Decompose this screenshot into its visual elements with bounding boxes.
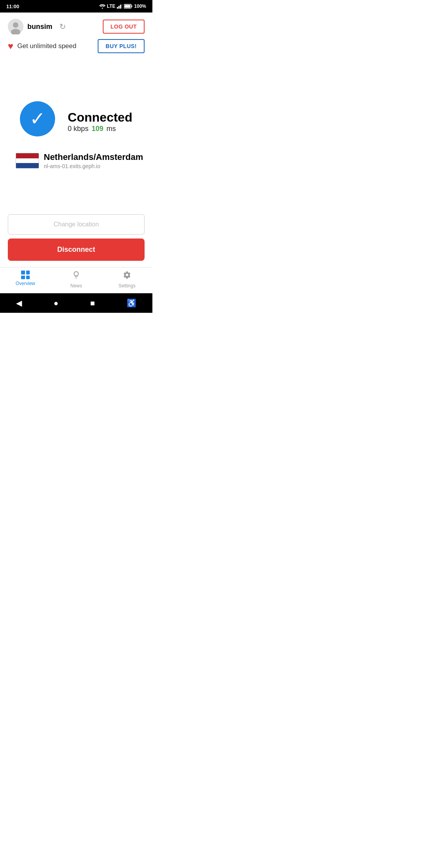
location-name: Netherlands/Amsterdam	[44, 152, 143, 162]
change-location-button[interactable]: Change location	[8, 214, 145, 235]
speed-kbps: 0 kbps	[68, 125, 88, 133]
nav-item-settings[interactable]: Settings	[102, 271, 152, 289]
refresh-icon[interactable]: ↻	[59, 22, 66, 31]
bottom-buttons: Change location Disconnect	[0, 214, 152, 267]
bottom-nav: Overview News Settings	[0, 267, 152, 293]
svg-rect-2	[118, 6, 120, 9]
user-info: bunsim ↻	[8, 19, 66, 34]
system-nav-bar: ◀ ● ■ ♿	[0, 293, 152, 313]
status-bar: 11:00 LTE 100%	[0, 0, 152, 13]
svg-point-0	[102, 8, 103, 9]
accessibility-button[interactable]: ♿	[127, 298, 136, 308]
wifi-icon	[99, 4, 106, 9]
username-label: bunsim	[27, 23, 52, 31]
nav-item-overview[interactable]: Overview	[0, 271, 51, 289]
header-section: bunsim ↻ LOG OUT ♥ Get unlimited speed B…	[0, 13, 152, 56]
overview-icon	[21, 271, 30, 279]
latency-unit: ms	[106, 125, 116, 133]
disconnect-button[interactable]: Disconnect	[8, 239, 145, 261]
promo-row: ♥ Get unlimited speed BUY PLUS!	[8, 39, 145, 53]
connected-circle: ✓	[20, 101, 55, 136]
connected-title: Connected	[68, 110, 132, 125]
svg-rect-6	[125, 5, 131, 8]
buy-plus-button[interactable]: BUY PLUS!	[98, 39, 145, 53]
promo-left: ♥ Get unlimited speed	[8, 41, 76, 52]
nav-label-settings: Settings	[118, 283, 135, 289]
back-button[interactable]: ◀	[16, 298, 22, 308]
signal-icon	[117, 4, 122, 9]
connected-section: ✓ Connected 0 kbps 109 ms	[0, 56, 152, 214]
user-actions: LOG OUT	[103, 20, 145, 34]
checkmark-icon: ✓	[30, 109, 45, 128]
nav-label-overview: Overview	[16, 281, 35, 286]
latency-value: 109	[91, 125, 103, 133]
location-info: Netherlands/Amsterdam nl-ams-01.exits.ge…	[44, 152, 143, 169]
status-icons: LTE 100%	[99, 4, 146, 9]
recents-button[interactable]: ■	[90, 299, 95, 308]
svg-point-9	[13, 22, 18, 28]
location-section: Netherlands/Amsterdam nl-ams-01.exits.ge…	[8, 152, 143, 169]
avatar-icon	[8, 19, 23, 34]
netherlands-flag	[16, 153, 39, 169]
heart-icon: ♥	[8, 41, 13, 52]
svg-rect-1	[117, 7, 118, 9]
connected-row: ✓ Connected 0 kbps 109 ms	[20, 101, 132, 142]
status-time: 11:00	[6, 4, 19, 9]
location-server: nl-ams-01.exits.geph.io	[44, 163, 143, 169]
home-button[interactable]: ●	[54, 299, 58, 308]
user-row: bunsim ↻ LOG OUT	[8, 19, 145, 34]
svg-rect-7	[132, 5, 132, 7]
main-content: bunsim ↻ LOG OUT ♥ Get unlimited speed B…	[0, 13, 152, 293]
svg-rect-4	[122, 4, 122, 9]
nav-label-news: News	[70, 283, 82, 289]
nav-item-news[interactable]: News	[51, 271, 102, 289]
battery-label: 100%	[134, 4, 146, 9]
promo-text: Get unlimited speed	[17, 42, 76, 50]
logout-button[interactable]: LOG OUT	[103, 20, 145, 34]
speed-row: 0 kbps 109 ms	[68, 125, 132, 133]
settings-icon	[123, 271, 131, 282]
battery-icon	[124, 4, 132, 9]
status-info: Connected 0 kbps 109 ms	[68, 110, 132, 133]
lte-label: LTE	[107, 4, 116, 9]
news-icon	[72, 271, 80, 282]
svg-rect-3	[120, 5, 121, 9]
